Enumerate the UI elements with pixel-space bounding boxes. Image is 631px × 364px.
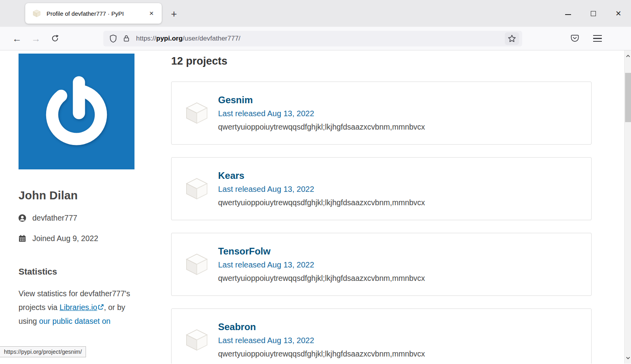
page-scrollbar[interactable]	[624, 50, 631, 364]
username-text: devfather777	[32, 214, 77, 223]
external-link-icon	[98, 304, 104, 310]
pocket-icon	[570, 34, 579, 43]
statistics-paragraph: View statistics for devfather777's proje…	[19, 287, 135, 328]
project-description: qwertyuioppoiuytrewqqsdfghjkl;lkjhgfdsaa…	[218, 198, 425, 207]
package-cube-icon	[184, 100, 209, 126]
project-release-date: Last released Aug 13, 2022	[218, 336, 425, 345]
user-icon	[19, 214, 26, 222]
statistics-heading: Statistics	[19, 267, 135, 277]
minimize-icon	[565, 14, 571, 15]
hamburger-icon	[593, 35, 602, 36]
url-text: https://pypi.org/user/devfather777/	[136, 35, 241, 43]
package-cube-icon	[184, 176, 209, 201]
joined-text: Joined Aug 9, 2022	[32, 234, 98, 243]
scroll-down-button[interactable]	[625, 355, 631, 361]
gravatar-power-logo-icon	[36, 71, 117, 152]
bookmark-star-button[interactable]	[505, 32, 519, 45]
scroll-up-button[interactable]	[625, 53, 631, 59]
project-title[interactable]: Gesnim	[218, 95, 425, 106]
window-controls: ×	[555, 0, 631, 27]
tab-close-icon[interactable]: ×	[146, 8, 157, 19]
url-host: pypi.org	[156, 35, 183, 42]
profile-sidebar: John Dilan devfather777 Joined Aug 9, 20…	[19, 54, 135, 328]
maximize-button[interactable]	[581, 0, 606, 27]
hamburger-menu-button[interactable]	[591, 32, 604, 45]
project-card-seabron[interactable]: Seabron Last released Aug 13, 2022 qwert…	[171, 308, 592, 364]
chevron-down-icon	[626, 356, 630, 360]
minimize-button[interactable]	[555, 0, 581, 27]
project-card-kears[interactable]: Kears Last released Aug 13, 2022 qwertyu…	[171, 157, 592, 220]
calendar-icon	[19, 235, 26, 242]
tab-title: Profile of devfather777 · PyPI	[47, 10, 146, 17]
reload-button[interactable]	[48, 32, 62, 45]
projects-main: 12 projects Gesnim Last released Aug 13,…	[171, 54, 592, 364]
back-button[interactable]: ←	[10, 32, 24, 45]
page-content: John Dilan devfather777 Joined Aug 9, 20…	[0, 50, 631, 364]
link-status-tooltip: https://pypi.org/project/gesnim/	[0, 346, 86, 357]
libraries-io-link[interactable]: Libraries.io	[60, 303, 104, 312]
project-description: qwertyuioppoiuytrewqqsdfghjkl;lkjhgfdsaa…	[218, 274, 425, 283]
url-path: /user/devfather777/	[183, 35, 240, 42]
tracking-protection-shield-icon[interactable]	[109, 34, 118, 43]
project-title[interactable]: Kears	[218, 170, 425, 181]
chevron-up-icon	[626, 54, 630, 58]
maximize-icon	[591, 11, 596, 16]
star-icon	[508, 34, 516, 43]
project-release-date: Last released Aug 13, 2022	[218, 109, 425, 118]
profile-avatar	[19, 54, 134, 169]
reload-icon	[51, 34, 59, 43]
close-window-button[interactable]: ×	[606, 0, 631, 27]
close-icon: ×	[616, 9, 621, 18]
url-scheme: https://	[136, 35, 156, 42]
project-card-gesnim[interactable]: Gesnim Last released Aug 13, 2022 qwerty…	[171, 82, 592, 145]
project-description: qwertyuioppoiuytrewqqsdfghjkl;lkjhgfdsaa…	[218, 123, 425, 132]
profile-name: John Dilan	[19, 189, 135, 202]
project-description: qwertyuioppoiuytrewqqsdfghjkl;lkjhgfdsaa…	[218, 349, 425, 358]
scrollbar-thumb[interactable]	[625, 73, 631, 122]
joined-row: Joined Aug 9, 2022	[19, 234, 135, 243]
toolbar-right-cluster	[568, 32, 604, 45]
browser-toolbar: ← → https://pypi.org/user/devfather777/	[0, 27, 631, 50]
project-title[interactable]: TensorFolw	[218, 246, 425, 257]
browser-tab[interactable]: Profile of devfather777 · PyPI ×	[25, 3, 162, 24]
package-cube-icon	[184, 327, 209, 353]
https-lock-icon[interactable]	[122, 34, 131, 43]
project-release-date: Last released Aug 13, 2022	[218, 185, 425, 194]
project-release-date: Last released Aug 13, 2022	[218, 260, 425, 269]
url-bar[interactable]: https://pypi.org/user/devfather777/	[103, 31, 522, 46]
new-tab-button[interactable]: +	[167, 7, 181, 20]
project-title[interactable]: Seabron	[218, 321, 425, 332]
username-row: devfather777	[19, 214, 135, 223]
package-cube-icon	[184, 252, 209, 277]
pypi-package-favicon-icon	[32, 9, 41, 18]
public-dataset-link[interactable]: our public dataset on	[39, 317, 110, 325]
pocket-button[interactable]	[568, 32, 581, 45]
projects-count-heading: 12 projects	[171, 54, 592, 67]
project-card-tensorfolw[interactable]: TensorFolw Last released Aug 13, 2022 qw…	[171, 233, 592, 296]
forward-button: →	[29, 32, 43, 45]
browser-titlebar: Profile of devfather777 · PyPI × + ×	[0, 0, 631, 27]
